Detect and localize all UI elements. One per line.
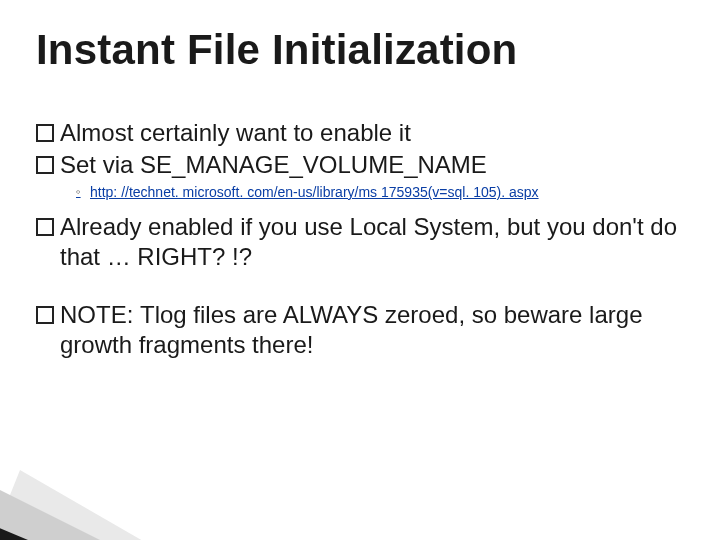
- svg-marker-2: [0, 520, 220, 540]
- chevron-icon: ◦: [76, 184, 86, 199]
- bullet-lead: Set: [60, 151, 103, 178]
- bullet-rest: Tlog files are ALWAYS zeroed, so beware …: [60, 301, 642, 358]
- bullet-lead: Already: [60, 213, 148, 240]
- bullet-rest: enabled if you use Local System, but you…: [60, 213, 677, 270]
- bullet-text: Almost certainly want to enable it: [60, 118, 411, 148]
- bullet-lead: NOTE:: [60, 301, 140, 328]
- corner-decoration: [0, 410, 280, 540]
- checkbox-icon: [36, 306, 54, 324]
- link-text: http: //technet. microsoft. com/en-us/li…: [90, 184, 539, 200]
- checkbox-icon: [36, 218, 54, 236]
- bullet-text: Set via SE_MANAGE_VOLUME_NAME: [60, 150, 487, 180]
- sub-bullet-link[interactable]: ◦ http: //technet. microsoft. com/en-us/…: [76, 184, 680, 200]
- bullet-text: NOTE: Tlog files are ALWAYS zeroed, so b…: [60, 300, 680, 360]
- slide-title: Instant File Initialization: [36, 26, 517, 74]
- bullet-1: Almost certainly want to enable it: [36, 118, 680, 148]
- checkbox-icon: [36, 124, 54, 142]
- bullet-3: Already enabled if you use Local System,…: [36, 212, 680, 272]
- bullet-4: NOTE: Tlog files are ALWAYS zeroed, so b…: [36, 300, 680, 360]
- svg-marker-0: [0, 470, 280, 540]
- bullet-rest: via SE_MANAGE_VOLUME_NAME: [103, 151, 487, 178]
- svg-marker-1: [0, 490, 260, 540]
- bullet-lead: Almost: [60, 119, 140, 146]
- slide: Instant File Initialization Almost certa…: [0, 0, 720, 540]
- bullet-rest: certainly want to enable it: [140, 119, 411, 146]
- spacer: [36, 272, 680, 298]
- checkbox-icon: [36, 156, 54, 174]
- slide-body: Almost certainly want to enable it Set v…: [36, 116, 680, 360]
- bullet-2: Set via SE_MANAGE_VOLUME_NAME: [36, 150, 680, 180]
- bullet-text: Already enabled if you use Local System,…: [60, 212, 680, 272]
